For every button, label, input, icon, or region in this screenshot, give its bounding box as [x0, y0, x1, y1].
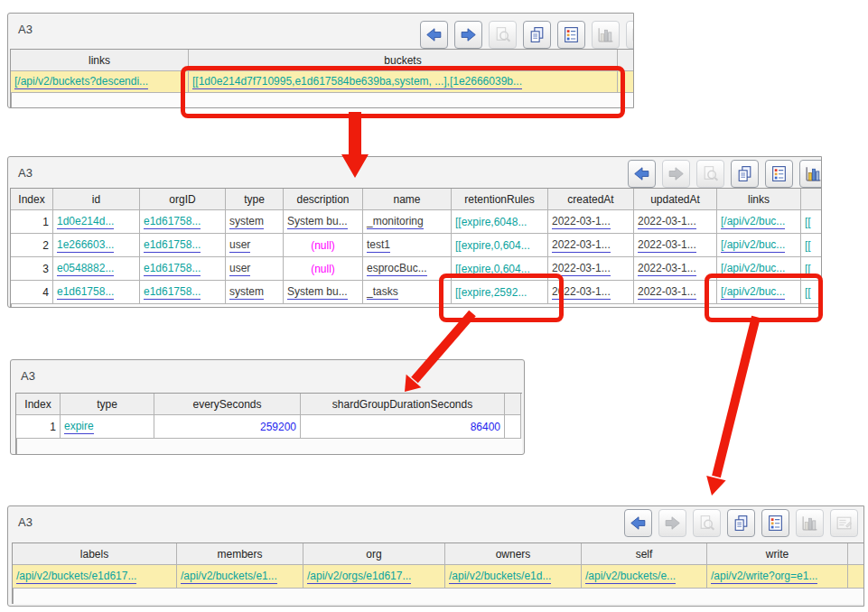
highlight-box-buckets-cell: [181, 66, 625, 118]
cell-id-label: A3: [18, 515, 33, 529]
cell-description[interactable]: System bu...: [284, 281, 363, 304]
cell-createdAt[interactable]: 2022-03-1...: [548, 210, 634, 234]
preview-button: [489, 21, 517, 49]
back-button[interactable]: [420, 21, 448, 49]
back-button[interactable]: [624, 509, 652, 537]
cell-id[interactable]: 1e266603...: [53, 234, 140, 257]
preview-button: [693, 509, 721, 537]
column-header-extra: [801, 189, 822, 210]
empty-row-strip: [11, 304, 822, 308]
properties-button[interactable]: [761, 509, 789, 537]
back-button[interactable]: [628, 160, 656, 188]
note-button: [830, 509, 858, 537]
table-row: 1expire25920086400: [16, 415, 522, 439]
copy-icon: [732, 514, 751, 533]
properties-button[interactable]: [765, 160, 793, 188]
cell-labels[interactable]: /api/v2/buckets/e1d617...: [13, 565, 177, 589]
cell-orgID[interactable]: e1d61758...: [140, 257, 226, 281]
cell-orgID[interactable]: e1d61758...: [140, 210, 226, 234]
properties-icon: [562, 25, 581, 44]
cell-updatedAt[interactable]: 2022-03-1...: [634, 210, 717, 234]
table-row: /api/v2/buckets/e1d617.../api/v2/buckets…: [13, 565, 864, 589]
cell-write[interactable]: /api/v2/write?org=e1...: [707, 565, 848, 589]
cell-Index: 3: [11, 257, 53, 281]
canvas: { "colors": { "annotation_red": "#ee1c0c…: [0, 0, 868, 612]
result-panel-links-detail: A3 labelsmembersorgownersselfwrite/api/v…: [7, 505, 864, 607]
column-header-retentionRules: retentionRules: [452, 189, 548, 210]
cell-description[interactable]: System bu...: [284, 210, 363, 234]
cell-orgID[interactable]: e1d61758...: [140, 234, 226, 257]
cell-updatedAt[interactable]: 2022-03-1...: [634, 234, 717, 257]
cell-members[interactable]: /api/v2/buckets/e1...: [177, 565, 303, 589]
column-header-Index: Index: [11, 189, 53, 210]
cell-self[interactable]: /api/v2/buckets/e...: [582, 565, 707, 589]
column-header-description: description: [284, 189, 363, 210]
column-header-labels: labels: [13, 543, 177, 565]
forward-button: [662, 160, 690, 188]
toolbar: [624, 509, 858, 537]
table-row: 21e266603...e1d61758...user(null)test1[[…: [11, 234, 822, 257]
cell-type[interactable]: user: [226, 257, 284, 281]
forward-button[interactable]: [454, 21, 482, 49]
cell-links[interactable]: [/api/v2/buc...: [717, 210, 801, 234]
cell-extra: [848, 565, 864, 589]
result-panel-retention-detail: A3 IndextypeeverySecondsshardGroupDurati…: [10, 359, 525, 455]
preview-icon: [493, 25, 512, 44]
copy-button[interactable]: [731, 160, 759, 188]
cell-links[interactable]: [/api/v2/buckets?descendi...: [11, 71, 189, 93]
toolbar: [420, 21, 634, 49]
cell-extra[interactable]: [[: [801, 234, 822, 257]
chart-icon: [800, 514, 819, 533]
cell-type[interactable]: expire: [61, 415, 154, 439]
copy-button[interactable]: [523, 21, 551, 49]
back-icon: [425, 25, 443, 44]
table-row: 4e1d61758...e1d61758...systemSystem bu..…: [11, 281, 822, 304]
chart-button[interactable]: [799, 160, 822, 188]
cell-name[interactable]: _monitoring: [363, 210, 452, 234]
cell-createdAt[interactable]: 2022-03-1...: [548, 234, 634, 257]
copy-button[interactable]: [727, 509, 755, 537]
cell-type[interactable]: system: [226, 281, 284, 304]
cell-name[interactable]: test1: [363, 234, 452, 257]
cell-org[interactable]: /api/v2/orgs/e1d617...: [303, 565, 445, 589]
empty-row-strip: [13, 589, 864, 604]
cell-extra[interactable]: [[: [801, 210, 822, 234]
column-header-shardGroupDurationSeconds: shardGroupDurationSeconds: [301, 394, 505, 415]
column-header-everySeconds: everySeconds: [154, 394, 301, 415]
preview-button: [696, 160, 724, 188]
cell-id[interactable]: e1d61758...: [53, 281, 140, 304]
column-header-extra: [848, 543, 864, 565]
cell-id[interactable]: e0548882...: [53, 257, 140, 281]
cell-id[interactable]: 1d0e214d...: [53, 210, 140, 234]
properties-icon: [766, 514, 785, 533]
cell-retentionRules[interactable]: [[expire,0,604...: [452, 234, 548, 257]
cell-id-label: A3: [18, 23, 33, 36]
cell-type[interactable]: system: [226, 210, 284, 234]
cell-owners[interactable]: /api/v2/buckets/e1d...: [445, 565, 582, 589]
column-header-org: org: [303, 543, 445, 565]
chart-button: [796, 509, 824, 537]
chart-icon: [596, 25, 615, 44]
column-header-updatedAt: updatedAt: [634, 189, 717, 210]
column-header-self: self: [582, 543, 707, 565]
empty-row-strip: [16, 439, 522, 454]
table-row: 11d0e214d...e1d61758...systemSystem bu..…: [11, 210, 822, 234]
properties-button[interactable]: [557, 21, 585, 49]
column-header-links: links: [717, 189, 801, 210]
result-grid: IndexidorgIDtypedescriptionnameretention…: [10, 188, 822, 308]
cell-retentionRules[interactable]: [[expire,6048...: [452, 210, 548, 234]
column-header-type: type: [226, 189, 284, 210]
column-header-orgID: orgID: [140, 189, 226, 210]
cell-links[interactable]: [/api/v2/buc...: [717, 234, 801, 257]
column-header-name: name: [363, 189, 452, 210]
table-row: 3e0548882...e1d61758...user(null)esprocB…: [11, 257, 822, 281]
arrow-links-to-detail: [706, 317, 756, 496]
forward-icon: [459, 25, 478, 44]
cell-id-label: A3: [18, 166, 33, 180]
toolbar: [628, 160, 822, 188]
cell-name[interactable]: esprocBuc...: [363, 257, 452, 281]
preview-icon: [697, 514, 716, 533]
cell-Index: 1: [16, 415, 61, 439]
cell-orgID[interactable]: e1d61758...: [140, 281, 226, 304]
cell-type[interactable]: user: [226, 234, 284, 257]
